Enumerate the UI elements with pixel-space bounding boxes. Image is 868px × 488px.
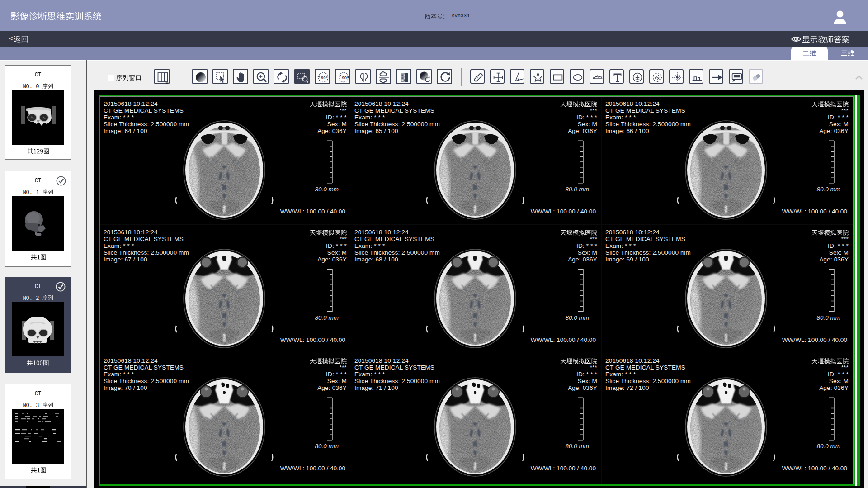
svg-text:90°: 90°	[321, 75, 328, 80]
svg-text:90°: 90°	[342, 75, 349, 80]
